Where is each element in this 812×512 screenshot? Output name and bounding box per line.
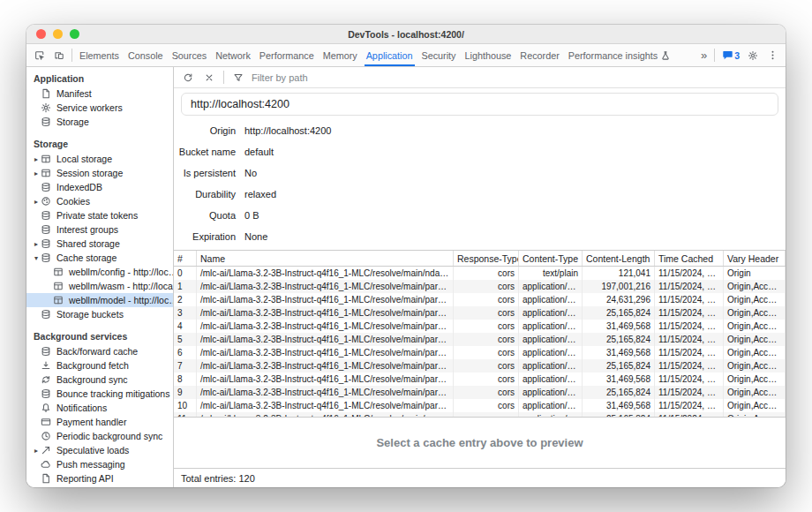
- close-window-button[interactable]: [36, 29, 46, 39]
- sidebar-item-webllm-wasm-http-loca[interactable]: webllm/wasm - http://loca…: [26, 279, 173, 293]
- cell-response-type: cors: [454, 373, 519, 386]
- delete-selected-icon[interactable]: [199, 68, 219, 87]
- database-icon: [41, 309, 53, 320]
- cache-entry-row[interactable]: 7/mlc-ai/Llama-3.2-3B-Instruct-q4f16_1-M…: [174, 359, 786, 373]
- tab-console[interactable]: Console: [124, 44, 168, 66]
- column-header-name[interactable]: Name: [197, 251, 454, 266]
- tab-performance[interactable]: Performance: [255, 44, 319, 66]
- more-options-icon[interactable]: [763, 46, 782, 65]
- sidebar-item-bounce-tracking-mitigations[interactable]: Bounce tracking mitigations: [26, 387, 173, 401]
- sidebar-item-session-storage[interactable]: ▸Session storage: [26, 166, 173, 180]
- metadata-label: Quota: [174, 210, 236, 221]
- sidebar-item-shared-storage[interactable]: ▸Shared storage: [26, 237, 173, 251]
- cell-vary-header: Origin,Access…: [724, 333, 786, 346]
- tab-label: Memory: [323, 50, 357, 61]
- sidebar-item-cookies[interactable]: ▸Cookies: [26, 194, 173, 208]
- sidebar-item-service-workers[interactable]: Service workers: [26, 101, 173, 115]
- metadata-row-quota: Quota0 B: [174, 205, 786, 226]
- metadata-row-origin: Originhttp://localhost:4200: [174, 120, 786, 141]
- sidebar-item-periodic-background-sync[interactable]: Periodic background sync: [26, 429, 173, 443]
- cache-toolbar: Filter by path: [174, 67, 786, 88]
- cache-entry-row[interactable]: 2/mlc-ai/Llama-3.2-3B-Instruct-q4f16_1-M…: [174, 293, 786, 306]
- document-icon: [41, 473, 53, 485]
- sidebar-item-notifications[interactable]: Notifications: [26, 401, 173, 415]
- sidebar-item-back-forward-cache[interactable]: Back/forward cache: [26, 344, 173, 358]
- sidebar-item-storage[interactable]: Storage: [26, 115, 173, 129]
- tab-memory[interactable]: Memory: [319, 44, 362, 66]
- inspect-element-icon[interactable]: [30, 46, 49, 65]
- tab-network[interactable]: Network: [211, 44, 255, 66]
- chevron-down-icon[interactable]: ▾: [32, 254, 41, 262]
- cache-entry-row[interactable]: 10/mlc-ai/Llama-3.2-3B-Instruct-q4f16_1-…: [174, 399, 786, 412]
- sidebar-item-background-fetch[interactable]: Background fetch: [26, 358, 173, 373]
- chevron-right-icon[interactable]: ▸: [32, 447, 41, 455]
- more-tabs-icon[interactable]: »: [696, 49, 711, 62]
- sidebar-item-indexeddb[interactable]: IndexedDB: [26, 180, 173, 194]
- tab-elements[interactable]: Elements: [75, 44, 124, 66]
- speculative-icon: [41, 445, 53, 456]
- sidebar-item-private-state-tokens[interactable]: Private state tokens: [26, 208, 173, 222]
- tab-security[interactable]: Security: [417, 44, 461, 66]
- sidebar-item-cache-storage[interactable]: ▾Cache storage: [26, 251, 173, 265]
- settings-gear-icon[interactable]: [743, 46, 763, 65]
- sidebar-item-label: Reporting API: [56, 473, 114, 484]
- cache-entry-row[interactable]: 6/mlc-ai/Llama-3.2-3B-Instruct-q4f16_1-M…: [174, 346, 786, 359]
- tab-performance-insights[interactable]: Performance insights: [564, 44, 675, 66]
- tab-sources[interactable]: Sources: [168, 44, 212, 66]
- cell-time-cached: 11/15/2024, 10…: [655, 386, 724, 399]
- chevron-right-icon[interactable]: ▸: [32, 155, 41, 163]
- sidebar-item-interest-groups[interactable]: Interest groups: [26, 222, 173, 237]
- sidebar-item-background-sync[interactable]: Background sync: [26, 373, 173, 387]
- tab-recorder[interactable]: Recorder: [515, 44, 563, 66]
- sidebar-item-webllm-config-http-loc[interactable]: webllm/config - http://loc…: [26, 265, 173, 279]
- filter-by-path-input[interactable]: Filter by path: [252, 72, 308, 83]
- column-header-content-type[interactable]: Content-Type: [519, 251, 583, 266]
- cache-entry-row[interactable]: 1/mlc-ai/Llama-3.2-3B-Instruct-q4f16_1-M…: [174, 280, 786, 293]
- cell-name: /mlc-ai/Llama-3.2-3B-Instruct-q4f16_1-ML…: [197, 373, 454, 386]
- cache-entry-row[interactable]: 5/mlc-ai/Llama-3.2-3B-Instruct-q4f16_1-M…: [174, 333, 786, 346]
- column-header-time-cached[interactable]: Time Cached: [655, 251, 724, 266]
- cell-content-type: application/oc…: [519, 346, 583, 359]
- cell-content-length: 31,469,568: [583, 346, 655, 359]
- column-header-[interactable]: #: [174, 251, 197, 266]
- sidebar-item-reporting-api[interactable]: Reporting API: [26, 471, 173, 486]
- cache-entry-row[interactable]: 0/mlc-ai/Llama-3.2-3B-Instruct-q4f16_1-M…: [174, 267, 786, 280]
- sidebar-item-local-storage[interactable]: ▸Local storage: [26, 152, 173, 166]
- cache-entry-row[interactable]: 9/mlc-ai/Llama-3.2-3B-Instruct-q4f16_1-M…: [174, 386, 786, 399]
- sidebar-item-speculative-loads[interactable]: ▸Speculative loads: [26, 443, 173, 457]
- sidebar-item-label: Back/forward cache: [56, 346, 138, 357]
- cell-response-type: cors: [454, 386, 519, 399]
- sidebar-item-label: Private state tokens: [56, 210, 138, 221]
- sidebar-item-payment-handler[interactable]: Payment handler: [26, 415, 173, 429]
- cell-: 4: [174, 320, 197, 333]
- fullscreen-window-button[interactable]: [70, 29, 79, 39]
- sidebar-item-manifest[interactable]: Manifest: [26, 87, 173, 101]
- table-icon: [53, 267, 65, 278]
- metadata-row-expiration: ExpirationNone: [174, 226, 786, 247]
- metadata-value: No: [244, 168, 786, 178]
- tab-application[interactable]: Application: [362, 44, 417, 66]
- sidebar-item-push-messaging[interactable]: Push messaging: [26, 457, 173, 471]
- chevron-right-icon[interactable]: ▸: [32, 169, 41, 177]
- sidebar-item-label: Interest groups: [56, 224, 118, 235]
- cache-entry-row[interactable]: 3/mlc-ai/Llama-3.2-3B-Instruct-q4f16_1-M…: [174, 306, 786, 320]
- chevron-right-icon[interactable]: ▸: [32, 198, 41, 206]
- column-header-response-type[interactable]: Response-Type: [454, 251, 519, 266]
- minimize-window-button[interactable]: [53, 29, 63, 39]
- cache-entry-row[interactable]: 4/mlc-ai/Llama-3.2-3B-Instruct-q4f16_1-M…: [174, 320, 786, 333]
- sidebar-item-storage-buckets[interactable]: Storage buckets: [26, 307, 173, 321]
- refresh-icon[interactable]: [178, 68, 198, 87]
- cache-entry-row[interactable]: 8/mlc-ai/Llama-3.2-3B-Instruct-q4f16_1-M…: [174, 373, 786, 386]
- cell-vary-header: Origin,Access…: [724, 386, 786, 399]
- window-titlebar[interactable]: DevTools - localhost:4200/: [26, 25, 786, 44]
- sidebar-item-label: Shared storage: [56, 238, 120, 249]
- sidebar-item-webllm-model-http-loc[interactable]: webllm/model - http://loc…: [26, 293, 173, 307]
- device-toolbar-icon[interactable]: [49, 46, 69, 65]
- sidebar-item-label: Storage: [56, 117, 89, 127]
- cache-storage-panel: Filter by path http://localhost:4200 Ori…: [174, 67, 786, 487]
- tab-lighthouse[interactable]: Lighthouse: [461, 44, 516, 66]
- column-header-content-length[interactable]: Content-Length: [583, 251, 655, 266]
- chevron-right-icon[interactable]: ▸: [32, 240, 41, 248]
- cell-name: /mlc-ai/Llama-3.2-3B-Instruct-q4f16_1-ML…: [197, 359, 454, 373]
- column-header-vary-header[interactable]: Vary Header: [724, 251, 786, 266]
